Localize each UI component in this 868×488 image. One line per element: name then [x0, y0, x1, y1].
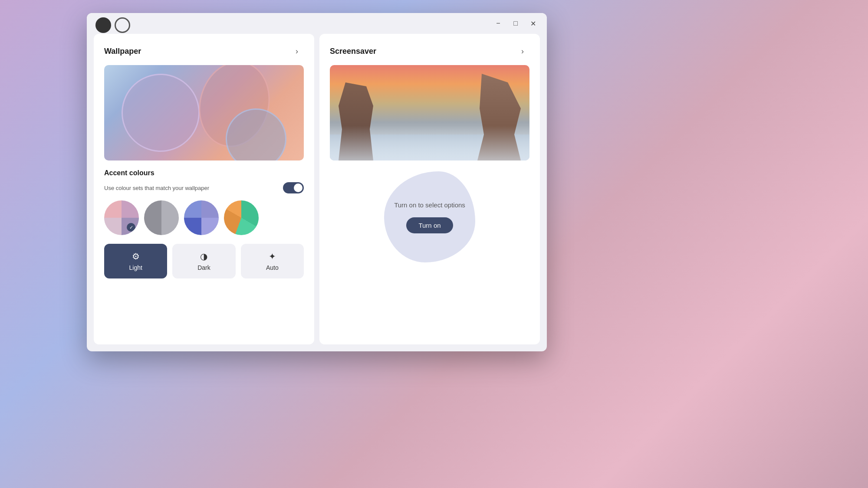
titlebar: − □ ✕ [87, 13, 547, 34]
accent-toggle-row: Use colour sets that match your wallpape… [104, 182, 304, 193]
accent-colours-title: Accent colours [104, 169, 304, 177]
logo-circle-dark [95, 17, 111, 33]
auto-theme-icon: ✦ [269, 251, 276, 262]
swatch-green-orange[interactable] [224, 200, 259, 235]
dark-theme-label: Dark [197, 264, 210, 271]
light-theme-label: Light [129, 264, 142, 271]
theme-dark-button[interactable]: ◑ Dark [172, 244, 235, 278]
swatch-check-icon: ✓ [127, 223, 135, 232]
blob-container: Turn on to select options Turn on [382, 169, 477, 265]
mist-layer [330, 126, 529, 160]
logo-circle-outline [115, 17, 130, 33]
toggle-knob [294, 183, 302, 192]
light-theme-icon: ⚙ [132, 251, 140, 262]
wallpaper-preview[interactable] [104, 65, 304, 160]
wallpaper-shape-1 [111, 65, 211, 160]
maximize-button[interactable]: □ [509, 16, 523, 30]
screensaver-panel-header: Screensaver › [330, 44, 529, 58]
blob-shape: Turn on to select options Turn on [384, 171, 475, 262]
wallpaper-title: Wallpaper [104, 47, 141, 56]
swatch-blue[interactable] [184, 200, 219, 235]
close-button[interactable]: ✕ [526, 16, 540, 30]
settings-window: − □ ✕ Wallpaper › Accent colours Use col… [87, 13, 547, 351]
screensaver-content: Turn on to select options Turn on [330, 169, 529, 265]
theme-buttons: ⚙ Light ◑ Dark ✦ Auto [104, 244, 304, 278]
turn-on-button[interactable]: Turn on [406, 217, 453, 233]
window-logo [95, 17, 130, 33]
screensaver-hint-text: Turn on to select options [394, 200, 465, 210]
titlebar-buttons: − □ ✕ [491, 16, 540, 30]
theme-auto-button[interactable]: ✦ Auto [241, 244, 304, 278]
auto-theme-label: Auto [266, 264, 279, 271]
swatch-gray[interactable] [144, 200, 179, 235]
theme-light-button[interactable]: ⚙ Light [104, 244, 167, 278]
screensaver-panel: Screensaver › Turn on to select options … [319, 34, 540, 344]
wallpaper-panel-header: Wallpaper › [104, 44, 304, 58]
accent-toggle-label: Use colour sets that match your wallpape… [104, 185, 209, 191]
content-area: Wallpaper › Accent colours Use colour se… [87, 34, 547, 351]
wallpaper-chevron-button[interactable]: › [290, 44, 304, 58]
screensaver-chevron-button[interactable]: › [516, 44, 529, 58]
screensaver-title: Screensaver [330, 47, 376, 56]
dark-theme-icon: ◑ [200, 251, 207, 262]
screensaver-preview[interactable] [330, 65, 529, 160]
accent-colour-toggle[interactable] [283, 182, 304, 193]
minimize-button[interactable]: − [491, 16, 505, 30]
wallpaper-panel: Wallpaper › Accent colours Use colour se… [94, 34, 314, 344]
color-swatches: ✓ [104, 200, 304, 235]
swatch-pink[interactable]: ✓ [104, 200, 139, 235]
